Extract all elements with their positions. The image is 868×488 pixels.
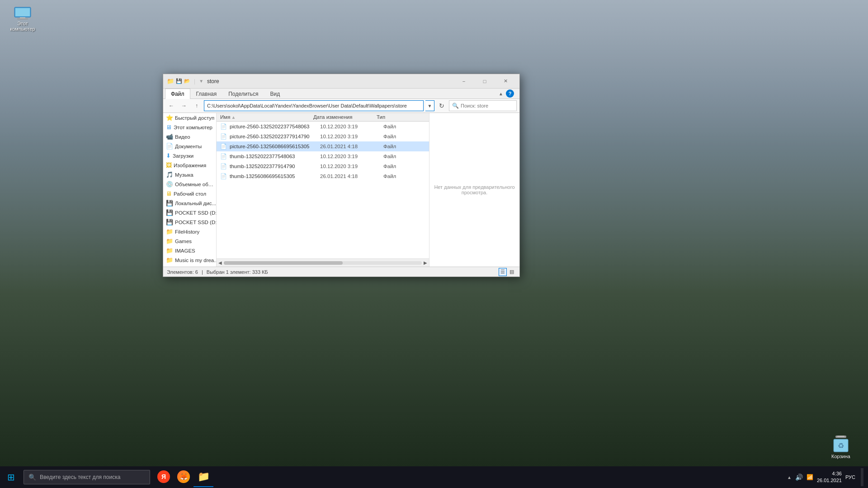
minimize-button[interactable]: − xyxy=(453,74,474,89)
tab-home[interactable]: Главная xyxy=(190,89,223,99)
desktop: Этот компьютер ♻ Корзина 📁 💾 📂 | ▼ store… xyxy=(0,0,868,488)
desktop-icon-computer[interactable]: Этот компьютер xyxy=(5,5,41,33)
file-icon-1: 📄 xyxy=(220,123,227,130)
search-icon: 🔍 xyxy=(452,103,459,109)
file-row[interactable]: 📄 picture-2560-13252022377914790 10.12.2… xyxy=(217,131,429,141)
col-header-date[interactable]: Дата изменения xyxy=(313,114,377,120)
title-bar-separator: | xyxy=(194,78,195,84)
status-separator: | xyxy=(202,269,203,275)
col-header-name[interactable]: Имя ▲ xyxy=(220,114,313,120)
sidebar-item-documents[interactable]: 📄 Документы xyxy=(163,141,216,151)
svg-rect-6 xyxy=(837,436,844,437)
quick-access-icon: ⭐ xyxy=(166,114,173,121)
tab-file[interactable]: Файл xyxy=(165,89,190,99)
start-button[interactable]: ⊞ xyxy=(0,466,22,488)
col-date-label: Дата изменения xyxy=(313,114,352,120)
taskbar-app-yandex[interactable]: Я xyxy=(154,467,174,487)
taskbar-system: ▲ 🔊 📶 4:36 26.01.2021 РУС xyxy=(783,466,868,488)
file-row[interactable]: 📄 thumb-13252022377914790 10.12.2020 3:1… xyxy=(217,161,429,171)
sidebar-label-documents: Документы xyxy=(175,144,202,149)
sidebar-item-images[interactable]: 🖼 Изображения xyxy=(163,160,216,170)
status-bar: Элементов: 6 | Выбран 1 элемент: 333 КБ … xyxy=(163,267,519,277)
address-dropdown-button[interactable]: ▼ xyxy=(425,100,434,111)
close-button[interactable]: ✕ xyxy=(495,74,516,89)
svg-rect-1 xyxy=(15,8,30,16)
sidebar-item-computer[interactable]: 🖥 Этот компьютер xyxy=(163,122,216,132)
file-list: 📄 picture-2560-13252022377548063 10.12.2… xyxy=(217,122,429,258)
tray-expand-icon[interactable]: ▲ xyxy=(787,475,792,480)
file-icon-3: 📄 xyxy=(220,143,227,150)
sidebar-item-desktop[interactable]: 🖥 Рабочий стол xyxy=(163,189,216,198)
scroll-track[interactable] xyxy=(224,261,422,265)
status-items-count: Элементов: 6 xyxy=(167,269,198,275)
ribbon-expand-icon[interactable]: ▲ xyxy=(499,91,503,96)
file-row-selected[interactable]: 📄 picture-2560-13256086695615305 26.01.2… xyxy=(217,141,429,151)
sidebar-item-downloads[interactable]: ⬇ Загрузки xyxy=(163,151,216,160)
sidebar-item-games[interactable]: 📁 Games xyxy=(163,236,216,246)
scroll-thumb[interactable] xyxy=(224,261,343,265)
tab-view[interactable]: Вид xyxy=(264,89,286,99)
title-icon-folder: 📁 xyxy=(167,78,174,84)
3d-icon: 💿 xyxy=(166,181,173,188)
file-icon-5: 📄 xyxy=(220,163,227,169)
taskbar-app-browser[interactable]: 🦊 xyxy=(174,467,193,487)
documents-icon: 📄 xyxy=(166,143,173,150)
title-icon-save: 💾 xyxy=(176,78,182,84)
sidebar: ⭐ Быстрый доступ 🖥 Этот компьютер 📹 Виде… xyxy=(163,113,217,267)
svg-rect-3 xyxy=(17,19,28,19)
up-button[interactable]: ↑ xyxy=(191,100,202,111)
taskbar-search[interactable]: 🔍 Введите здесь текст для поиска xyxy=(24,470,150,484)
horizontal-scrollbar[interactable]: ◀ ▶ xyxy=(217,258,429,267)
taskbar-lang[interactable]: РУС xyxy=(845,474,855,480)
view-buttons: ☰ ▤ xyxy=(499,268,516,276)
search-input[interactable] xyxy=(461,103,514,108)
view-details-button[interactable]: ☰ xyxy=(499,268,507,276)
tab-share[interactable]: Поделиться xyxy=(222,89,264,99)
sidebar-item-pocket-ssd-1[interactable]: 💾 POCKET SSD (D:... xyxy=(163,208,216,217)
forward-button[interactable]: → xyxy=(179,100,189,111)
title-bar: 📁 💾 📂 | ▼ store − □ ✕ xyxy=(163,74,519,89)
sidebar-item-images-folder[interactable]: 📁 IMAGES xyxy=(163,246,216,255)
svg-text:♻: ♻ xyxy=(838,442,844,450)
file-explorer-window: 📁 💾 📂 | ▼ store − □ ✕ Файл Главная Подел… xyxy=(163,74,520,277)
show-desktop-button[interactable] xyxy=(861,468,863,486)
window-controls: − □ ✕ xyxy=(453,74,516,89)
pocket-ssd-1-icon: 💾 xyxy=(166,209,173,216)
sidebar-item-3d[interactable]: 💿 Объемные объ... xyxy=(163,179,216,189)
taskbar-time[interactable]: 4:36 26.01.2021 xyxy=(817,470,842,484)
sidebar-item-music[interactable]: 🎵 Музыка xyxy=(163,170,216,179)
ribbon-help-icon[interactable]: ? xyxy=(506,89,514,98)
file-type-3: Файл xyxy=(383,144,425,149)
file-type-6: Файл xyxy=(383,174,425,179)
col-header-type[interactable]: Тип xyxy=(377,114,425,120)
address-input[interactable] xyxy=(204,100,424,111)
sidebar-label-images: Изображения xyxy=(174,163,206,168)
file-type-1: Файл xyxy=(383,124,425,129)
sidebar-item-pocket-ssd-2[interactable]: 💾 POCKET SSD (D:) xyxy=(163,217,216,227)
network-icon[interactable]: 📶 xyxy=(807,474,813,480)
scroll-right-button[interactable]: ▶ xyxy=(422,260,429,265)
file-row[interactable]: 📄 thumb-13256086695615305 26.01.2021 4:1… xyxy=(217,171,429,181)
pocket-ssd-2-icon: 💾 xyxy=(166,219,173,225)
refresh-button[interactable]: ↻ xyxy=(436,100,447,111)
sidebar-item-filehistory[interactable]: 📁 FileHistory xyxy=(163,227,216,236)
title-icon-open: 📂 xyxy=(184,78,190,84)
scroll-left-button[interactable]: ◀ xyxy=(217,260,224,265)
back-button[interactable]: ← xyxy=(166,100,177,111)
desktop-icon-recycle[interactable]: ♻ Корзина xyxy=(823,434,859,461)
file-row[interactable]: 📄 thumb-13252022377548063 10.12.2020 3:1… xyxy=(217,151,429,161)
taskbar-app-explorer[interactable]: 📁 xyxy=(193,467,213,487)
sidebar-label-music: Музыка xyxy=(175,172,193,178)
col-name-label: Имя xyxy=(220,114,230,120)
sidebar-item-local-disk[interactable]: 💾 Локальный дис... xyxy=(163,198,216,208)
view-list-button[interactable]: ▤ xyxy=(508,268,516,276)
file-row[interactable]: 📄 picture-2560-13252022377548063 10.12.2… xyxy=(217,122,429,131)
maximize-button[interactable]: □ xyxy=(474,74,495,89)
sidebar-item-quick-access[interactable]: ⭐ Быстрый доступ xyxy=(163,113,216,122)
sidebar-label-local-disk: Локальный дис... xyxy=(175,201,216,206)
sidebar-label-music-dream: Music is my drea... xyxy=(175,258,216,263)
sidebar-item-music-dream[interactable]: 📁 Music is my drea... xyxy=(163,255,216,265)
file-name-3: picture-2560-13256086695615305 xyxy=(230,144,320,149)
sidebar-item-video[interactable]: 📹 Видео xyxy=(163,132,216,141)
sound-icon[interactable]: 🔊 xyxy=(795,474,803,481)
